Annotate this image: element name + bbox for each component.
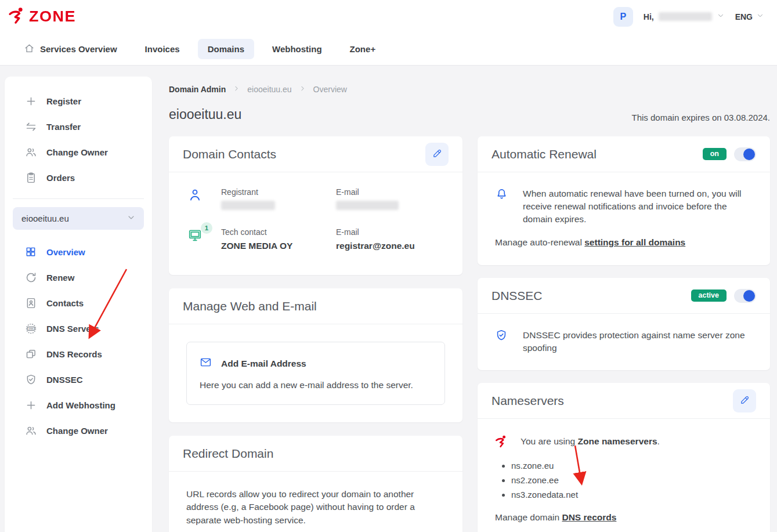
tech-contact-value: ZONE MEDIA OY <box>221 241 336 251</box>
nameservers-status: You are using Zone nameservers. <box>521 435 753 448</box>
sidebar-item-label: Renew <box>46 273 74 283</box>
registrant-contact-row: Registrant E-mail <box>183 187 449 212</box>
sidebar-item-change-owner-2[interactable]: Change Owner <box>5 418 152 443</box>
svg-text:DNS: DNS <box>28 327 34 330</box>
monitor-icon: 1 <box>187 227 207 245</box>
page-title: eiooeituu.eu <box>169 107 241 122</box>
redacted-registrant-name <box>221 201 275 210</box>
grid-icon <box>24 245 37 258</box>
dnssec-title: DNSSEC <box>492 289 543 303</box>
dnssec-toggle[interactable] <box>734 289 756 303</box>
language-label: ENG <box>735 12 753 21</box>
manage-web-title: Manage Web and E-mail <box>183 299 317 313</box>
people-icon <box>24 424 37 437</box>
user-avatar[interactable]: P <box>613 7 633 27</box>
nameservers-manage-line: Manage domain DNS records <box>495 512 753 523</box>
clipboard-icon <box>24 171 37 184</box>
sidebar-item-change-owner[interactable]: Change Owner <box>5 139 152 165</box>
tech-email-value: registrar@zone.eu <box>336 241 449 251</box>
plus-icon <box>24 95 37 107</box>
people-icon <box>24 146 37 158</box>
plus-icon <box>24 399 37 411</box>
auto-renewal-status-badge: on <box>703 148 727 160</box>
breadcrumb-overview[interactable]: Overview <box>313 85 347 94</box>
sidebar-item-label: Transfer <box>46 122 81 132</box>
language-selector[interactable]: ENG <box>735 12 764 21</box>
toggle-knob <box>743 290 755 302</box>
add-email-box[interactable]: Add E-mail Address Here you can add a ne… <box>186 342 445 405</box>
bell-icon <box>495 187 516 203</box>
settings-all-domains-link[interactable]: settings for all domains <box>584 237 685 247</box>
dns-globe-icon: DNS <box>24 322 37 335</box>
nameserver-item: ns2.zone.ee <box>511 475 753 485</box>
chevron-down-icon <box>717 12 725 21</box>
pencil-icon <box>432 149 442 160</box>
sidebar-item-orders[interactable]: Orders <box>5 165 152 190</box>
sidebar-item-register[interactable]: Register <box>5 88 152 114</box>
sidebar-item-label: Change Owner <box>46 147 108 157</box>
sidebar-item-label: Add Webhosting <box>46 400 115 410</box>
manage-web-card: Manage Web and E-mail Add E-mail Address… <box>169 288 462 422</box>
user-menu[interactable]: Hi, <box>644 12 725 21</box>
sidebar-item-label: Change Owner <box>46 426 108 436</box>
sidebar-item-dns-servers[interactable]: DNS DNS Servers <box>5 316 152 341</box>
edit-nameservers-button[interactable] <box>733 389 756 412</box>
redacted-registrant-email <box>336 201 399 210</box>
breadcrumb-domain-admin[interactable]: Domain Admin <box>169 85 226 94</box>
add-email-title[interactable]: Add E-mail Address <box>221 359 306 369</box>
sidebar-item-renew[interactable]: Renew <box>5 265 152 290</box>
zone-logo-text: ZONE <box>29 9 76 24</box>
tech-contact-count-badge: 1 <box>201 222 212 234</box>
zone-runner-icon <box>495 435 514 450</box>
manage-prefix: Manage auto-renewal <box>495 237 584 247</box>
domain-contacts-title: Domain Contacts <box>183 147 276 161</box>
sidebar-item-dns-records[interactable]: DNS Records <box>5 341 152 367</box>
main-content: Domain Admin eiooeituu.eu Overview eiooe… <box>169 85 770 532</box>
sidebar-item-label: DNS Records <box>46 349 102 359</box>
person-icon <box>187 187 207 205</box>
add-email-description: Here you can add a new e-mail address to… <box>200 380 432 390</box>
nameserver-item: ns3.zonedata.net <box>511 490 753 500</box>
redirect-description: URL records allow you to redirect your d… <box>186 488 442 527</box>
sidebar-item-contacts[interactable]: Contacts <box>5 290 152 316</box>
sidebar-item-overview[interactable]: Overview <box>5 239 152 265</box>
toggle-knob <box>743 149 755 160</box>
nav-webhosting[interactable]: Webhosting <box>262 39 332 59</box>
redacted-username <box>659 12 712 21</box>
zone-domain-overview-page: ZONE P Hi, ENG Services <box>0 0 777 532</box>
nav-domains[interactable]: Domains <box>198 39 254 59</box>
nav-label: Invoices <box>145 44 180 54</box>
redirect-domain-card: Redirect Domain URL records allow you to… <box>169 436 462 532</box>
auto-renewal-toggle[interactable] <box>734 147 756 161</box>
contact-book-icon <box>24 296 37 309</box>
nav-zone-plus[interactable]: Zone+ <box>340 39 386 59</box>
status-bold: Zone nameservers <box>578 436 657 446</box>
tech-email-label: E-mail <box>336 227 449 237</box>
nav-label: Domains <box>208 44 244 54</box>
edit-contacts-button[interactable] <box>425 143 449 166</box>
domain-selector-value: eiooeituu.eu <box>21 213 69 223</box>
domain-sidebar: Register Transfer Change Owner Orders ei… <box>5 77 152 532</box>
top-header: ZONE P Hi, ENG <box>0 0 777 33</box>
greeting-label: Hi, <box>644 12 654 21</box>
sidebar-item-label: Overview <box>46 247 85 257</box>
main-nav: Services Overview Invoices Domains Webho… <box>0 33 777 66</box>
dnssec-card: DNSSEC active DNSSEC provides protection… <box>478 278 770 370</box>
dns-records-link[interactable]: DNS records <box>562 512 616 522</box>
domain-selector[interactable]: eiooeituu.eu <box>13 207 144 230</box>
sidebar-item-label: Orders <box>46 173 75 183</box>
nav-invoices[interactable]: Invoices <box>135 39 190 59</box>
nav-services-overview[interactable]: Services Overview <box>14 38 127 61</box>
sidebar-item-add-webhosting[interactable]: Add Webhosting <box>5 392 152 418</box>
nameserver-list: ns.zone.eu ns2.zone.ee ns3.zonedata.net <box>511 461 753 500</box>
zone-logo[interactable]: ZONE <box>8 7 76 27</box>
expiry-note: This domain expires on 03.08.2024. <box>632 113 770 122</box>
dnssec-description: DNSSEC provides protection against name … <box>523 329 753 354</box>
tech-contact-row: 1 Tech contact ZONE MEDIA OY E-mail regi… <box>183 227 449 251</box>
breadcrumb-domain[interactable]: eiooeituu.eu <box>247 85 291 94</box>
dnssec-status-badge: active <box>691 289 727 302</box>
nav-label: Services Overview <box>40 44 117 54</box>
registrant-email-label: E-mail <box>336 187 449 197</box>
sidebar-item-dnssec[interactable]: DNSSEC <box>5 367 152 392</box>
sidebar-item-transfer[interactable]: Transfer <box>5 114 152 139</box>
